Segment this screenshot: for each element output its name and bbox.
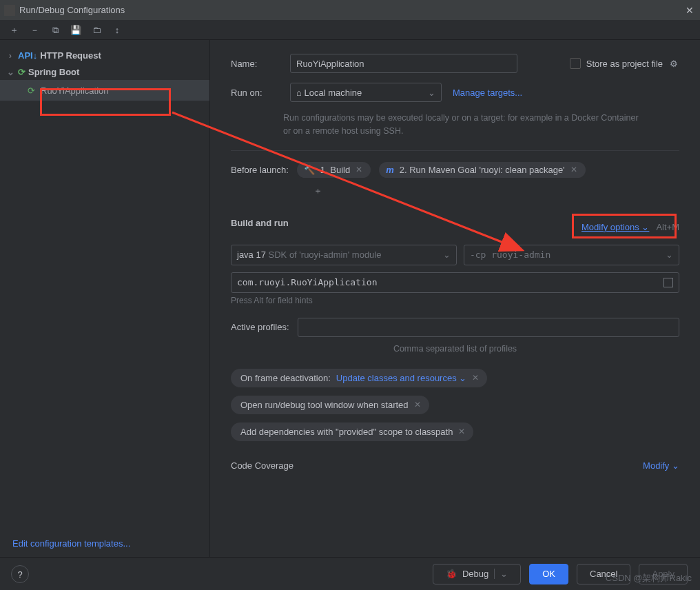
- run-on-hint: Run configurations may be executed local…: [283, 112, 648, 138]
- config-tree: › API↓ HTTP Request ⌄ ⟳ Spring Boot ⟳ Ru…: [0, 40, 210, 557]
- home-icon: ⌂: [296, 88, 302, 98]
- remove-chip-icon[interactable]: ✕: [356, 165, 362, 174]
- modify-options-link[interactable]: Modify options ⌄: [581, 222, 649, 232]
- run-on-dropdown[interactable]: ⌂ Local machine ⌄: [290, 83, 442, 102]
- ok-button[interactable]: OK: [529, 564, 568, 584]
- chevron-down-icon: ⌄: [6, 67, 15, 77]
- chip-label: Add dependencies with "provided" scope t…: [240, 427, 453, 437]
- field-hints-hint: Press Alt for field hints: [231, 296, 679, 305]
- jdk-value-primary: java 17: [237, 250, 266, 260]
- gear-icon[interactable]: ⚙: [668, 58, 679, 69]
- chevron-right-icon: ›: [6, 50, 15, 61]
- button-label: Cancel: [590, 569, 617, 579]
- tree-node-http-request[interactable]: › API↓ HTTP Request: [0, 47, 209, 63]
- separator: [231, 150, 679, 151]
- active-profiles-input[interactable]: [298, 318, 679, 337]
- save-config-icon[interactable]: 💾: [70, 25, 81, 36]
- name-input[interactable]: [290, 54, 517, 73]
- chip-label: 2. Run Maven Goal 'ruoyi: clean package': [400, 165, 565, 175]
- tree-node-spring-boot[interactable]: ⌄ ⟳ Spring Boot: [0, 63, 209, 80]
- store-as-project-file[interactable]: Store as project file ⚙: [570, 58, 679, 69]
- remove-config-icon[interactable]: －: [29, 25, 40, 36]
- spring-icon: ⟳: [18, 67, 25, 77]
- remove-chip-icon[interactable]: ✕: [414, 400, 421, 409]
- ij-logo-icon: [4, 5, 15, 16]
- tree-label: Spring Boot: [28, 67, 79, 77]
- frame-deactivation-chip[interactable]: On frame deactivation: Update classes an…: [231, 369, 487, 387]
- remove-chip-icon[interactable]: ✕: [570, 165, 577, 174]
- chevron-down-icon: ⌄: [443, 250, 451, 260]
- bug-icon: 🐞: [446, 569, 457, 579]
- button-label: Apply: [652, 569, 675, 579]
- spring-icon: ⟳: [28, 85, 35, 96]
- dialog-run-debug-configurations: Run/Debug Configurations ✕ ＋ － ⧉ 💾 🗀 ↕ ›…: [0, 0, 700, 590]
- tree-label: RuoYiApplication: [41, 85, 109, 96]
- dialog-footer: 🐞 Debug ⌄ OK Cancel Apply: [0, 557, 700, 590]
- config-editor: Name: Store as project file ⚙ Run on: ⌂ …: [210, 40, 700, 557]
- manage-targets-link[interactable]: Manage targets...: [453, 88, 522, 98]
- tree-label: HTTP Request: [40, 50, 101, 61]
- remove-chip-icon[interactable]: ✕: [472, 373, 479, 383]
- toolbar: ＋ － ⧉ 💾 🗀 ↕: [0, 21, 700, 40]
- button-label: Debug: [462, 569, 488, 579]
- remove-chip-icon[interactable]: ✕: [458, 427, 465, 436]
- chip-label: Open run/debug tool window when started: [240, 400, 409, 410]
- run-on-label: Run on:: [231, 88, 279, 98]
- debug-button[interactable]: 🐞 Debug ⌄: [433, 564, 521, 584]
- cancel-button[interactable]: Cancel: [577, 564, 630, 584]
- chevron-down-icon[interactable]: ⌄: [494, 569, 508, 579]
- name-label: Name:: [231, 59, 279, 69]
- build-and-run-title: Build and run: [231, 218, 289, 228]
- modify-options-shortcut: Alt+M: [656, 222, 679, 232]
- close-icon[interactable]: ✕: [683, 4, 696, 17]
- code-coverage-title: Code Coverage: [231, 460, 294, 471]
- checkbox-icon[interactable]: [570, 58, 581, 69]
- hammer-icon: 🔨: [304, 165, 315, 175]
- active-profiles-hint: Comma separated list of profiles: [231, 344, 679, 354]
- before-launch-maven-chip[interactable]: m 2. Run Maven Goal 'ruoyi: clean packag…: [379, 162, 585, 178]
- http-icon: API↓: [18, 50, 37, 61]
- before-launch-build-chip[interactable]: 🔨 1. Build ✕: [297, 162, 371, 178]
- jdk-value-secondary: SDK of 'ruoyi-admin' module: [266, 250, 382, 260]
- edit-templates-link[interactable]: Edit configuration templates...: [12, 538, 130, 549]
- chevron-down-icon: ⌄: [666, 250, 673, 260]
- classpath-value: -cp ruoyi-admin: [470, 250, 550, 260]
- sort-config-icon[interactable]: ↕: [112, 25, 123, 36]
- add-config-icon[interactable]: ＋: [8, 25, 19, 36]
- button-label: OK: [542, 569, 555, 579]
- copy-config-icon[interactable]: ⧉: [50, 25, 61, 36]
- code-coverage-modify-link[interactable]: Modify ⌄: [643, 460, 679, 471]
- provided-deps-chip[interactable]: Add dependencies with "provided" scope t…: [231, 423, 473, 441]
- before-launch-section: Before launch: 🔨 1. Build ✕ m 2. Run Mav…: [231, 162, 679, 178]
- browse-icon[interactable]: [663, 278, 673, 287]
- chip-label: 1. Build: [320, 165, 350, 175]
- add-before-launch-task[interactable]: ＋: [313, 185, 679, 197]
- help-button[interactable]: ?: [11, 565, 29, 583]
- open-tool-window-chip[interactable]: Open run/debug tool window when started …: [231, 396, 429, 414]
- main-class-field[interactable]: com.ruoyi.RuoYiApplication: [231, 272, 679, 293]
- before-launch-label: Before launch:: [231, 165, 289, 175]
- window-title: Run/Debug Configurations: [19, 5, 679, 15]
- main-class-value: com.ruoyi.RuoYiApplication: [237, 277, 378, 287]
- tree-node-ruoyi-application[interactable]: ⟳ RuoYiApplication: [0, 80, 209, 101]
- jdk-dropdown[interactable]: java 17 SDK of 'ruoyi-admin' module ⌄: [231, 245, 457, 265]
- classpath-dropdown[interactable]: -cp ruoyi-admin ⌄: [464, 245, 679, 265]
- store-label: Store as project file: [586, 59, 663, 69]
- chip-label: On frame deactivation:: [240, 373, 331, 383]
- frame-deactivation-value[interactable]: Update classes and resources ⌄: [336, 373, 467, 383]
- apply-button[interactable]: Apply: [639, 564, 688, 584]
- titlebar: Run/Debug Configurations ✕: [0, 0, 700, 21]
- active-profiles-label: Active profiles:: [231, 322, 289, 332]
- run-on-value: Local machine: [304, 88, 362, 98]
- folder-config-icon[interactable]: 🗀: [91, 25, 102, 36]
- chevron-down-icon: ⌄: [428, 88, 435, 98]
- maven-icon: m: [386, 165, 394, 175]
